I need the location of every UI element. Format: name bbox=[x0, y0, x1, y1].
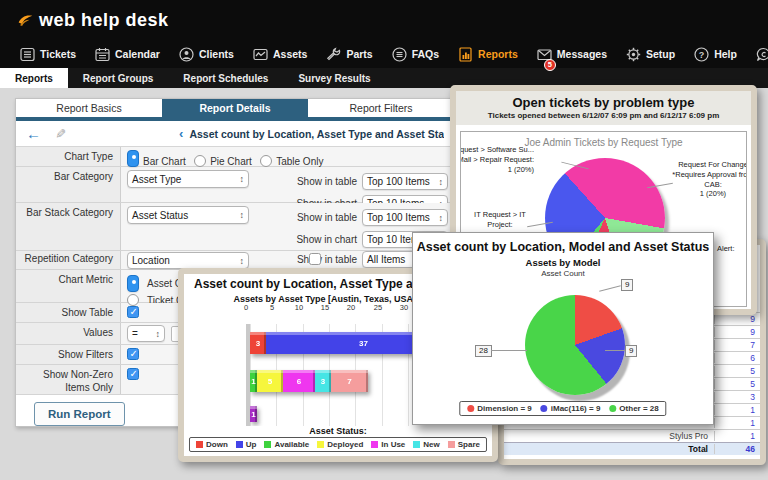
repetition-category-value: Location bbox=[132, 255, 170, 266]
x-tick: 30 bbox=[400, 303, 408, 312]
nav-tickets-label: Tickets bbox=[40, 48, 76, 60]
callout-line bbox=[605, 350, 625, 351]
nav-setup[interactable]: Setup bbox=[626, 47, 675, 62]
nav-messages[interactable]: Messages 5 bbox=[537, 47, 607, 62]
repetition-table-value: All Items bbox=[367, 254, 405, 265]
nav-reports-label: Reports bbox=[478, 48, 518, 60]
open-tickets-subtitle: Tickets opened between 6/12/07 6:09 pm a… bbox=[458, 111, 749, 120]
show-in-table-label: Show in table bbox=[297, 212, 357, 223]
repetition-category-label: Repetition Category bbox=[16, 251, 121, 269]
nav-parts-label: Parts bbox=[346, 48, 372, 60]
show-table-checkbox[interactable] bbox=[127, 306, 139, 318]
bar-stack-category-body: Asset Status ↕ Show in table Top 100 Ite… bbox=[121, 203, 454, 250]
subtab-report-groups[interactable]: Report Groups bbox=[68, 68, 169, 88]
show-non-zero-checkbox[interactable] bbox=[127, 368, 139, 380]
values-label: Values bbox=[16, 323, 121, 344]
bar-category-table-value: Top 100 Items bbox=[367, 176, 430, 187]
back-arrow-icon[interactable]: ← bbox=[26, 125, 41, 142]
bar-segment-spare: 7 bbox=[331, 370, 368, 392]
report-title: Asset count by Location, Asset Type and … bbox=[189, 128, 444, 140]
radio-asset-count[interactable] bbox=[127, 275, 139, 292]
report-editor-tabs: Report Basics Report Details Report Filt… bbox=[16, 99, 454, 121]
solarwinds-flame-icon bbox=[18, 13, 33, 28]
bar-chart-option-label: Bar Chart bbox=[143, 156, 186, 167]
nav-thwack[interactable]: Thwack bbox=[756, 47, 768, 62]
bar-segment-down: 3 bbox=[250, 332, 266, 354]
show-in-table-label: Show in table bbox=[297, 176, 357, 187]
caret-icon: ↕ bbox=[439, 213, 444, 223]
row-bar-stack-category: Bar Stack Category Asset Status ↕ Show i… bbox=[16, 203, 454, 251]
repetition-category-select[interactable]: Location ↕ bbox=[127, 252, 249, 269]
nav-parts[interactable]: Parts bbox=[326, 47, 372, 62]
subtab-report-schedules[interactable]: Report Schedules bbox=[168, 68, 283, 88]
model-report-title: Asset count by Location, Model and Asset… bbox=[413, 240, 713, 254]
help-icon: ? bbox=[694, 47, 709, 62]
report-toolbar: ← ✎ ‹ Asset count by Location, Asset Typ… bbox=[16, 121, 454, 147]
callout-line bbox=[491, 350, 527, 351]
nav-help[interactable]: ? Help bbox=[694, 47, 737, 62]
x-tick: 10 bbox=[295, 303, 303, 312]
assets-by-model-pie-chart bbox=[525, 295, 625, 395]
model-chart-title: Assets by Model bbox=[413, 257, 713, 268]
values-operator-select[interactable]: =↕ bbox=[127, 325, 165, 342]
bar-stack-category-select[interactable]: Asset Status ↕ bbox=[127, 206, 249, 224]
show-non-zero-label: Show Non-Zero Items Only bbox=[16, 365, 121, 394]
caret-icon: ↕ bbox=[240, 256, 245, 266]
caret-icon: ↕ bbox=[156, 329, 161, 339]
table-row-stylus-pro: Stylus Pro1 bbox=[504, 429, 760, 442]
nav-calendar[interactable]: Calendar bbox=[95, 47, 160, 62]
radio-ticket-count[interactable] bbox=[127, 294, 139, 306]
nav-calendar-label: Calendar bbox=[115, 48, 160, 60]
open-tickets-title: Open tickets by problem type bbox=[458, 95, 749, 110]
subtab-reports[interactable]: Reports bbox=[0, 68, 68, 88]
bar-segment-deployed: 5 bbox=[257, 370, 283, 392]
show-table-label: Show Table bbox=[16, 303, 121, 322]
faqs-icon bbox=[392, 47, 407, 62]
x-tick: 20 bbox=[347, 303, 355, 312]
caret-icon: ↕ bbox=[240, 210, 245, 220]
bar-category-select[interactable]: Asset Type ↕ bbox=[127, 170, 249, 188]
chevron-left-icon: ‹ bbox=[179, 126, 183, 141]
edit-pencil-icon[interactable]: ✎ bbox=[53, 128, 68, 139]
bar-stack-category-label: Bar Stack Category bbox=[16, 203, 121, 250]
nav-setup-label: Setup bbox=[646, 48, 675, 60]
radio-bar-chart[interactable] bbox=[127, 150, 139, 167]
logo-text: web help desk bbox=[39, 10, 169, 31]
nav-clients[interactable]: Clients bbox=[179, 47, 234, 62]
nav-faqs-label: FAQs bbox=[412, 48, 439, 60]
bar-category-table-select[interactable]: Top 100 Items↕ bbox=[362, 173, 448, 190]
radio-table-only[interactable] bbox=[260, 155, 272, 167]
bar-stack-table-select[interactable]: Top 100 Items↕ bbox=[362, 209, 448, 226]
pie-label-alert-partial: Alert: bbox=[717, 244, 735, 254]
tab-report-basics[interactable]: Report Basics bbox=[16, 99, 162, 117]
radio-pie-chart[interactable] bbox=[194, 155, 206, 167]
report-title-link[interactable]: ‹ Asset count by Location, Asset Type an… bbox=[179, 126, 444, 141]
tab-report-filters[interactable]: Report Filters bbox=[308, 99, 454, 117]
caret-icon: ↕ bbox=[240, 174, 245, 184]
top-bar: web help desk bbox=[0, 0, 768, 40]
nav-assets[interactable]: Assets bbox=[253, 47, 307, 62]
nav-faqs[interactable]: FAQs bbox=[392, 47, 439, 62]
run-report-button[interactable]: Run Report bbox=[34, 402, 125, 426]
gear-icon bbox=[626, 47, 641, 62]
bar-desktop: 1 bbox=[250, 406, 257, 422]
draw-as-percentages-checkbox[interactable] bbox=[309, 253, 321, 265]
bar-stack-table-value: Top 100 Items bbox=[367, 212, 430, 223]
bar-segment-in-use: 6 bbox=[283, 370, 315, 392]
show-filters-checkbox[interactable] bbox=[127, 348, 139, 360]
nav-reports[interactable]: Reports bbox=[458, 47, 518, 62]
table-only-option-label: Table Only bbox=[276, 156, 323, 167]
chart-type-label: Chart Type bbox=[16, 147, 121, 166]
callout-red-9: 9 bbox=[621, 279, 633, 291]
bar-software: 1 5 6 3 7 bbox=[250, 370, 368, 392]
bar-segment-new: 3 bbox=[315, 370, 331, 392]
bar-category-value: Asset Type bbox=[132, 174, 181, 185]
tab-report-details[interactable]: Report Details bbox=[162, 99, 308, 117]
app-logo[interactable]: web help desk bbox=[18, 10, 169, 31]
model-chart-subtitle: Asset Count bbox=[413, 269, 713, 278]
subtab-survey-results[interactable]: Survey Results bbox=[283, 68, 385, 88]
table-total-row: Total46 bbox=[504, 442, 760, 455]
chart-metric-label: Chart Metric bbox=[16, 270, 121, 302]
nav-tickets[interactable]: Tickets bbox=[20, 47, 76, 62]
row-bar-category: Bar Category Asset Type ↕ Show in table … bbox=[16, 167, 454, 203]
